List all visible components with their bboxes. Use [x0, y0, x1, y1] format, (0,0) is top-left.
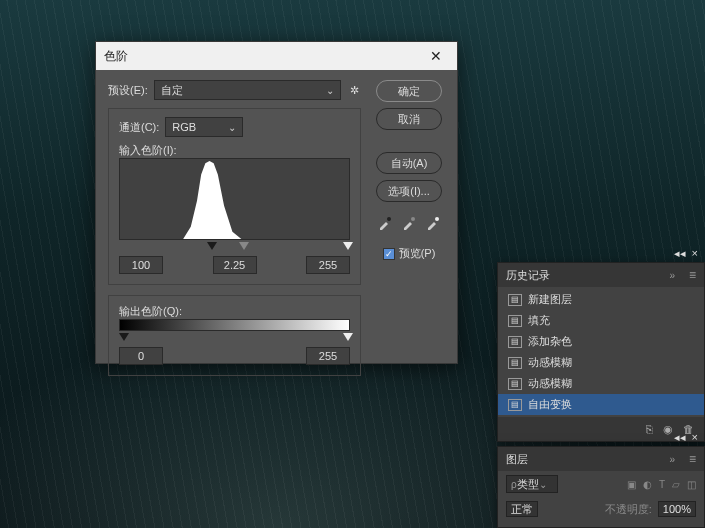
output-white-field[interactable]: 255: [306, 347, 350, 365]
output-levels-label: 输出色阶(Q):: [119, 305, 182, 317]
history-item[interactable]: ▤动感模糊: [498, 373, 704, 394]
panel-collapse-icon[interactable]: ◂◂: [674, 431, 686, 444]
layers-panel: ◂◂× 图层 » ≡ ρ 类型 ⌄ ▣ ◐ T ▱ ◫ 正常 不透明度: 100…: [497, 446, 705, 528]
eyedropper-black-icon[interactable]: [376, 214, 394, 232]
history-item[interactable]: ▤自由变换: [498, 394, 704, 415]
auto-button[interactable]: 自动(A): [376, 152, 442, 174]
channel-select[interactable]: RGB: [165, 117, 243, 137]
state-icon: ▤: [508, 294, 522, 306]
history-item[interactable]: ▤添加杂色: [498, 331, 704, 352]
history-item[interactable]: ▤新建图层: [498, 289, 704, 310]
opacity-field[interactable]: 100%: [658, 501, 696, 517]
svg-point-0: [387, 217, 391, 221]
history-panel: ◂◂× 历史记录 » ≡ ▤新建图层 ▤填充 ▤添加杂色 ▤动感模糊 ▤动感模糊…: [497, 262, 705, 442]
menu-icon[interactable]: ≡: [689, 452, 696, 466]
input-black-field[interactable]: 100: [119, 256, 163, 274]
preview-label: 预览(P): [399, 246, 436, 261]
new-doc-icon[interactable]: ⎘: [646, 423, 653, 435]
input-levels-label: 输入色阶(I):: [119, 144, 176, 156]
filter-adjust-icon[interactable]: ◐: [643, 479, 652, 490]
state-icon: ▤: [508, 378, 522, 390]
input-slider[interactable]: [119, 242, 350, 252]
filter-text-icon[interactable]: T: [659, 479, 665, 490]
state-icon: ▤: [508, 357, 522, 369]
state-icon: ▤: [508, 315, 522, 327]
panel-close-icon[interactable]: ×: [692, 247, 698, 260]
output-gradient: [119, 319, 350, 331]
eyedropper-gray-icon[interactable]: [400, 214, 418, 232]
preset-label: 预设(E):: [108, 83, 148, 98]
close-button[interactable]: ✕: [423, 46, 449, 66]
history-item[interactable]: ▤填充: [498, 310, 704, 331]
dialog-title: 色阶: [104, 48, 128, 65]
layers-tab[interactable]: 图层: [506, 452, 528, 467]
filter-image-icon[interactable]: ▣: [627, 479, 636, 490]
eyedropper-white-icon[interactable]: [424, 214, 442, 232]
ok-button[interactable]: 确定: [376, 80, 442, 102]
opacity-label: 不透明度:: [605, 502, 652, 517]
output-slider[interactable]: [119, 333, 350, 343]
filter-shape-icon[interactable]: ▱: [672, 479, 680, 490]
preview-checkbox[interactable]: ✓: [383, 248, 395, 260]
levels-dialog: 色阶 ✕ 预设(E): 自定 ✲ 通道(C): RGB 输入色阶(I):: [95, 41, 458, 364]
history-item[interactable]: ▤动感模糊: [498, 352, 704, 373]
blend-mode-select[interactable]: 正常: [506, 501, 538, 517]
input-white-field[interactable]: 255: [306, 256, 350, 274]
chevron-icon[interactable]: »: [669, 454, 675, 465]
chevron-icon[interactable]: »: [669, 270, 675, 281]
output-black-field[interactable]: 0: [119, 347, 163, 365]
cancel-button[interactable]: 取消: [376, 108, 442, 130]
layer-filter-select[interactable]: ρ 类型 ⌄: [506, 475, 558, 493]
panel-close-icon[interactable]: ×: [692, 431, 698, 444]
gear-icon[interactable]: ✲: [347, 83, 361, 97]
history-list: ▤新建图层 ▤填充 ▤添加杂色 ▤动感模糊 ▤动感模糊 ▤自由变换: [498, 287, 704, 417]
svg-point-1: [411, 217, 415, 221]
state-icon: ▤: [508, 336, 522, 348]
titlebar[interactable]: 色阶 ✕: [96, 42, 457, 70]
output-levels-group: 输出色阶(Q): 0 255: [108, 295, 361, 376]
svg-point-2: [435, 217, 439, 221]
input-mid-field[interactable]: 2.25: [213, 256, 257, 274]
filter-smart-icon[interactable]: ◫: [687, 479, 696, 490]
channel-label: 通道(C):: [119, 120, 159, 135]
state-icon: ▤: [508, 399, 522, 411]
options-button[interactable]: 选项(I)...: [376, 180, 442, 202]
input-levels-group: 通道(C): RGB 输入色阶(I): 100 2.25 2: [108, 108, 361, 285]
panel-collapse-icon[interactable]: ◂◂: [674, 247, 686, 260]
camera-icon[interactable]: ◉: [663, 423, 673, 436]
history-tab[interactable]: 历史记录: [506, 268, 550, 283]
histogram: [119, 158, 350, 240]
preset-select[interactable]: 自定: [154, 80, 341, 100]
menu-icon[interactable]: ≡: [689, 268, 696, 282]
